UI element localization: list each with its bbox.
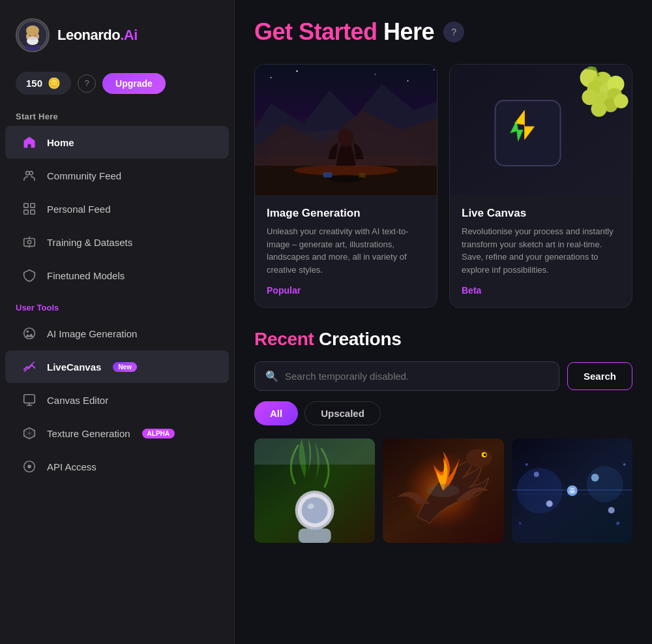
sidebar-item-finetuned-label: Finetuned Models: [47, 270, 125, 281]
svg-rect-68: [512, 489, 632, 491]
image-generation-card-body: Image Generation Unleash your creativity…: [255, 195, 437, 307]
svg-rect-11: [24, 210, 28, 214]
search-row: 🔍 Search: [254, 361, 632, 391]
live-canvas-card-image: [450, 65, 632, 195]
filter-tabs: All Upscaled: [254, 401, 632, 425]
image-generation-card-title: Image Generation: [267, 207, 425, 220]
svg-rect-51: [299, 529, 331, 543]
ai-image-icon: [21, 325, 38, 342]
grid-image-2[interactable]: [383, 438, 503, 543]
svg-rect-69: [520, 494, 624, 495]
image-generation-card[interactable]: Image Generation Unleash your creativity…: [254, 64, 437, 308]
svg-point-15: [24, 328, 35, 339]
svg-point-6: [26, 25, 39, 36]
alpha-badge: ALPHA: [142, 429, 175, 438]
user-tools-label: User Tools: [0, 292, 234, 316]
live-canvas-card-desc: Revolutionise your process and instantly…: [462, 225, 620, 276]
svg-rect-17: [24, 395, 35, 403]
grid-image-3[interactable]: [512, 438, 632, 543]
grid-image-1[interactable]: [254, 438, 375, 543]
image-generation-card-desc: Unleash your creativity with AI text-to-…: [267, 225, 425, 276]
sidebar-item-community[interactable]: Community Feed: [5, 159, 229, 192]
sidebar-item-home[interactable]: Home: [5, 126, 229, 159]
svg-rect-52: [254, 438, 375, 465]
svg-rect-10: [31, 204, 35, 207]
sidebar-item-texture[interactable]: Texture Generation ALPHA: [5, 417, 229, 450]
popular-badge: Popular: [267, 285, 425, 296]
sidebar: Leonardo.Ai 150 🪙 ? Upgrade Start Here H…: [0, 0, 235, 644]
page-title: Get Started Here: [254, 18, 434, 46]
svg-point-16: [26, 330, 29, 333]
tools-list: AI Image Generation LiveCanvas New Canva…: [0, 316, 234, 483]
nav-list: Home Community Feed: [0, 125, 234, 292]
search-icon: 🔍: [265, 370, 278, 382]
sidebar-item-ai-image[interactable]: AI Image Generation: [5, 317, 229, 350]
svg-point-70: [525, 463, 527, 466]
app-logo-text: Leonardo.Ai: [57, 27, 138, 44]
sidebar-item-personal[interactable]: Personal Feed: [5, 192, 229, 225]
search-button[interactable]: Search: [567, 362, 632, 390]
filter-tab-upscaled[interactable]: Upscaled: [304, 401, 381, 425]
sidebar-item-livecanvas-label: LiveCanvas: [47, 361, 101, 373]
recent-creations-section: Recent Creations 🔍 Search All Upscaled: [254, 329, 632, 543]
canvas-editor-icon: [21, 391, 38, 408]
upgrade-button[interactable]: Upgrade: [102, 73, 166, 94]
svg-point-58: [427, 484, 460, 497]
header-info-button[interactable]: ?: [443, 22, 464, 42]
training-icon: [21, 234, 38, 251]
live-canvas-card-title: Live Canvas: [462, 207, 620, 220]
new-badge: New: [113, 362, 137, 372]
sidebar-item-api[interactable]: API Access: [5, 450, 229, 483]
svg-point-73: [518, 522, 521, 525]
svg-point-7: [26, 172, 30, 176]
svg-point-72: [623, 463, 625, 466]
community-icon: [21, 167, 38, 184]
recent-creations-title: Recent Creations: [254, 329, 632, 350]
texture-icon: [21, 425, 38, 442]
svg-point-8: [29, 172, 33, 176]
sidebar-item-livecanvas[interactable]: LiveCanvas New: [5, 350, 229, 383]
svg-point-22: [271, 77, 272, 78]
logo-avatar: [16, 18, 50, 52]
sidebar-item-canvas-editor-label: Canvas Editor: [47, 395, 108, 406]
credits-pill: 150 🪙: [16, 72, 71, 95]
sidebar-item-canvas-editor[interactable]: Canvas Editor: [5, 384, 229, 416]
sidebar-item-home-label: Home: [47, 137, 74, 148]
svg-point-28: [294, 165, 398, 176]
filter-tab-all[interactable]: All: [254, 401, 298, 425]
svg-rect-31: [323, 172, 333, 177]
main-header: Get Started Here ?: [254, 18, 632, 46]
svg-point-3: [28, 37, 37, 40]
sidebar-item-personal-label: Personal Feed: [47, 204, 111, 215]
sidebar-item-training[interactable]: Training & Datasets: [5, 226, 229, 258]
live-canvas-card[interactable]: Live Canvas Revolutionise your process a…: [449, 64, 632, 308]
svg-point-23: [296, 70, 297, 72]
sidebar-item-training-label: Training & Datasets: [47, 237, 132, 248]
sidebar-item-api-label: API Access: [47, 461, 96, 472]
svg-point-61: [586, 466, 623, 502]
svg-point-19: [27, 465, 31, 468]
svg-point-24: [375, 74, 376, 75]
beta-badge: Beta: [462, 285, 620, 296]
credits-help-button[interactable]: ?: [78, 74, 96, 93]
main-content: Get Started Here ?: [235, 0, 652, 644]
svg-rect-32: [359, 173, 366, 177]
svg-point-43: [591, 101, 607, 117]
svg-point-66: [533, 472, 539, 477]
svg-point-14: [27, 240, 31, 244]
svg-point-25: [408, 80, 409, 82]
svg-point-29: [330, 175, 363, 183]
livecanvas-icon: [21, 358, 38, 375]
svg-point-64: [546, 500, 552, 507]
live-canvas-card-body: Live Canvas Revolutionise your process a…: [450, 195, 632, 307]
svg-point-44: [614, 94, 629, 108]
svg-point-67: [608, 507, 614, 514]
sidebar-header: Leonardo.Ai: [0, 0, 234, 65]
api-icon: [21, 458, 38, 475]
sidebar-item-finetuned[interactable]: Finetuned Models: [5, 259, 229, 292]
feature-cards: Image Generation Unleash your creativity…: [254, 64, 632, 308]
sidebar-item-texture-label: Texture Generation: [47, 428, 130, 439]
search-input[interactable]: [285, 371, 548, 382]
search-input-wrap: 🔍: [254, 361, 559, 391]
personal-feed-icon: [21, 200, 38, 217]
